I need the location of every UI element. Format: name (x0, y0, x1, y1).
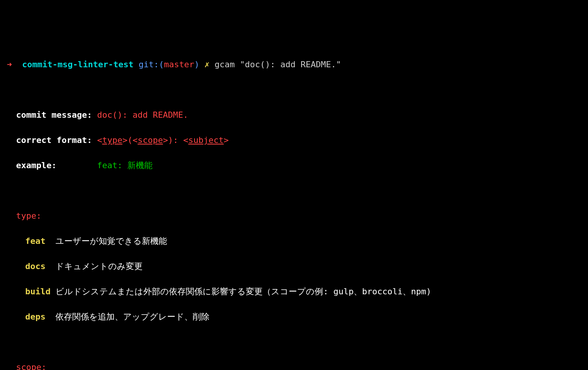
correct-format-line: correct format: <type>(<scope>): <subjec… (7, 134, 580, 146)
type-item: deps 依存関係を追加、アップグレード、削除 (7, 310, 580, 323)
type-desc: 依存関係を追加、アップグレード、削除 (50, 312, 210, 321)
prompt-dir: commit-msg-linter-test (22, 60, 133, 69)
example-type: feat: (97, 161, 122, 170)
type-desc: ビルドシステムまたは外部の依存関係に影響する変更（スコープの例: gulp、br… (50, 287, 431, 296)
command-text: gcam "doc(): add README." (214, 60, 341, 69)
commit-message-line: commit message: doc(): add README. (7, 109, 580, 121)
blank-line (7, 83, 580, 96)
type-name: deps (25, 312, 50, 321)
example-desc: 新機能 (127, 161, 153, 170)
example-label: example: (16, 161, 57, 170)
type-desc: ドキュメントのみ変更 (50, 261, 143, 271)
format-type: type (102, 135, 122, 145)
format-scope: scope (138, 135, 163, 145)
type-item: build ビルドシステムまたは外部の依存関係に影響する変更（スコープの例: g… (7, 285, 580, 298)
type-header: type: (7, 209, 580, 222)
git-prefix: git:( (138, 60, 164, 69)
commit-message-value: doc(): add README. (97, 110, 188, 120)
type-item: feat ユーザーが知覚できる新機能 (7, 235, 580, 247)
format-m1: >(< (122, 135, 138, 145)
dirty-icon: ✗ (205, 60, 210, 69)
git-suffix: ) (194, 60, 199, 69)
type-item: docs ドキュメントのみ変更 (7, 260, 580, 273)
blank-line (7, 336, 580, 348)
type-name: docs (25, 261, 50, 271)
format-r: > (224, 135, 229, 145)
format-l: < (97, 135, 102, 145)
type-name: build (25, 287, 50, 296)
example-line: example: feat: 新機能 (7, 159, 580, 172)
format-subject: subject (188, 135, 224, 145)
type-desc: ユーザーが知覚できる新機能 (50, 236, 167, 246)
arrow-icon: ➜ (7, 60, 12, 69)
git-branch: master (164, 60, 194, 69)
format-m2: >): < (163, 135, 188, 145)
correct-format-label: correct format: (16, 135, 92, 145)
type-name: feat (25, 236, 50, 246)
commit-message-label: commit message: (16, 110, 92, 120)
blank-line (7, 184, 580, 197)
prompt-line: ➜ commit-msg-linter-test git:(master) ✗ … (7, 58, 580, 71)
scope-header: scope: (7, 361, 580, 370)
